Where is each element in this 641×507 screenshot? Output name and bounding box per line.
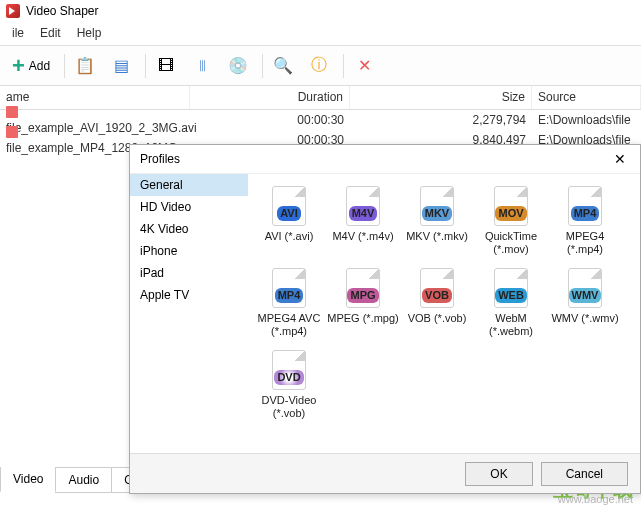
- format-label: M4V (*.m4v): [332, 230, 393, 243]
- file-type-icon: MOV: [494, 186, 528, 226]
- format-item[interactable]: MPGMPEG (*.mpg): [326, 264, 400, 342]
- format-label: AVI (*.avi): [265, 230, 314, 243]
- equalizer-button[interactable]: ⫴: [186, 52, 218, 80]
- profiles-dialog: Profiles ✕ General HD Video 4K Video iPh…: [129, 144, 641, 494]
- file-type-icon: MP4: [568, 186, 602, 226]
- layout-button[interactable]: ▤: [105, 52, 137, 80]
- separator: [343, 54, 344, 78]
- menu-file[interactable]: ile: [4, 24, 32, 43]
- app-icon: [6, 4, 20, 18]
- app-title: Video Shaper: [26, 4, 99, 18]
- disc-burn-icon: 💿: [228, 56, 248, 76]
- format-item[interactable]: MKVMKV (*.mkv): [400, 182, 474, 260]
- clipboard-icon: 📋: [75, 56, 95, 76]
- sidebar-item-iphone[interactable]: iPhone: [130, 240, 248, 262]
- format-item[interactable]: MOVQuickTime (*.mov): [474, 182, 548, 260]
- separator: [145, 54, 146, 78]
- sidebar-item-general[interactable]: General: [130, 174, 248, 196]
- dialog-titlebar: Profiles ✕: [130, 145, 640, 173]
- layout-icon: ▤: [111, 56, 131, 76]
- plus-icon: +: [12, 53, 25, 79]
- format-label: MKV (*.mkv): [406, 230, 468, 243]
- dialog-footer: OK Cancel: [130, 453, 640, 493]
- file-type-icon: MKV: [420, 186, 454, 226]
- video-file-icon: [6, 126, 18, 138]
- cancel-button[interactable]: Cancel: [541, 462, 628, 486]
- separator: [64, 54, 65, 78]
- sidebar-item-4kvideo[interactable]: 4K Video: [130, 218, 248, 240]
- file-type-icon: MPG: [346, 268, 380, 308]
- file-type-icon: WEB: [494, 268, 528, 308]
- search-button[interactable]: 🔍: [267, 52, 299, 80]
- video-file-icon: [6, 106, 18, 118]
- format-item[interactable]: VOBVOB (*.vob): [400, 264, 474, 342]
- formats-grid: AVIAVI (*.avi)M4VM4V (*.m4v)MKVMKV (*.mk…: [248, 174, 640, 453]
- ok-button[interactable]: OK: [465, 462, 532, 486]
- format-label: DVD-Video (*.vob): [252, 394, 326, 420]
- film-icon: 🎞: [156, 56, 176, 76]
- format-item[interactable]: WMVWMV (*.wmv): [548, 264, 622, 342]
- format-label: MPEG4 (*.mp4): [548, 230, 622, 256]
- file-type-icon: MP4: [272, 268, 306, 308]
- watermark-url: www.baoge.net: [558, 493, 633, 505]
- file-type-icon: DVD: [272, 350, 306, 390]
- delete-button[interactable]: ✕: [348, 52, 380, 80]
- file-type-icon: AVI: [272, 186, 306, 226]
- col-size[interactable]: Size: [350, 86, 532, 109]
- file-type-icon: M4V: [346, 186, 380, 226]
- col-source[interactable]: Source: [532, 86, 641, 109]
- menubar: ile Edit Help: [0, 22, 641, 46]
- titlebar: Video Shaper: [0, 0, 641, 22]
- format-label: MPEG4 AVC (*.mp4): [252, 312, 326, 338]
- toolbar: + Add 📋 ▤ 🎞 ⫴ 💿 🔍 ⓘ ✕: [0, 46, 641, 86]
- format-item[interactable]: M4VM4V (*.m4v): [326, 182, 400, 260]
- tab-audio[interactable]: Audio: [55, 468, 112, 493]
- file-type-icon: WMV: [568, 268, 602, 308]
- format-label: VOB (*.vob): [408, 312, 467, 325]
- sidebar-item-ipad[interactable]: iPad: [130, 262, 248, 284]
- menu-edit[interactable]: Edit: [32, 24, 69, 43]
- search-icon: 🔍: [273, 56, 293, 76]
- format-item[interactable]: AVIAVI (*.avi): [252, 182, 326, 260]
- sidebar-item-hdvideo[interactable]: HD Video: [130, 196, 248, 218]
- file-type-icon: VOB: [420, 268, 454, 308]
- format-item[interactable]: MP4MPEG4 (*.mp4): [548, 182, 622, 260]
- format-item[interactable]: DVDDVD-Video (*.vob): [252, 346, 326, 424]
- info-button[interactable]: ⓘ: [303, 52, 335, 80]
- format-label: QuickTime (*.mov): [474, 230, 548, 256]
- add-button[interactable]: + Add: [6, 49, 56, 83]
- dialog-title: Profiles: [140, 152, 180, 166]
- col-duration[interactable]: Duration: [190, 86, 350, 109]
- menu-help[interactable]: Help: [69, 24, 110, 43]
- format-label: MPEG (*.mpg): [327, 312, 399, 325]
- format-item[interactable]: MP4MPEG4 AVC (*.mp4): [252, 264, 326, 342]
- equalizer-icon: ⫴: [192, 56, 212, 76]
- burn-button[interactable]: 💿: [222, 52, 254, 80]
- tab-video[interactable]: Video: [0, 467, 56, 492]
- paste-button[interactable]: 📋: [69, 52, 101, 80]
- profiles-sidebar: General HD Video 4K Video iPhone iPad Ap…: [130, 174, 248, 453]
- delete-icon: ✕: [354, 56, 374, 76]
- info-icon: ⓘ: [309, 56, 329, 76]
- format-label: WMV (*.wmv): [551, 312, 618, 325]
- sidebar-item-appletv[interactable]: Apple TV: [130, 284, 248, 306]
- format-item[interactable]: WEBWebM (*.webm): [474, 264, 548, 342]
- separator: [262, 54, 263, 78]
- close-button[interactable]: ✕: [610, 151, 630, 167]
- film-button[interactable]: 🎞: [150, 52, 182, 80]
- format-label: WebM (*.webm): [474, 312, 548, 338]
